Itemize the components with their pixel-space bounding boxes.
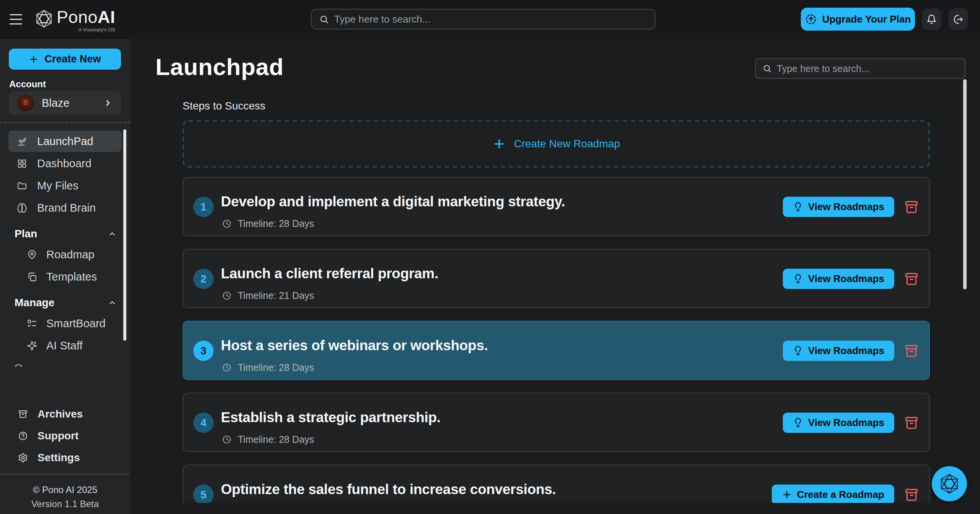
topbar-search [311,9,655,29]
step-title: Establish a strategic partnership. [221,410,441,426]
step-action-button[interactable]: Create a Roadmap [772,485,894,503]
sidebar-item-settings[interactable]: Settings [0,447,130,468]
chevron-up-icon [108,299,116,307]
version: Version 1.1 Beta [0,499,130,509]
sidebar-item-dashboard[interactable]: Dashboard [8,153,122,174]
sidebar-item-roadmap[interactable]: Roadmap [8,244,122,265]
steps-heading: Steps to Success [183,100,930,112]
step-card: 2 Launch a client referral program. Time… [183,249,930,308]
account-switcher[interactable]: B Blaze [9,91,121,115]
sidebar-scrollbar[interactable] [123,129,126,341]
sidebar-item-smartboard[interactable]: SmartBoard [8,313,122,334]
step-action-button[interactable]: View Roadmaps [783,341,894,361]
archive-icon [904,414,919,432]
topbar-search-input[interactable] [334,13,647,25]
step-actions: Create a Roadmap [772,485,919,503]
step-number-badge: 1 [193,197,214,217]
circle-arrow-up-icon [805,13,817,25]
account-name: Blaze [42,97,70,109]
sidebar-item-ai-staff[interactable]: AI Staff [8,335,122,356]
archive-step-button[interactable] [904,414,919,432]
sidebar-section-plan[interactable]: Plan [15,227,119,241]
lightbulb-icon [793,346,803,356]
clock-icon [222,219,232,228]
step-timeline-text: Timeline: 28 Days [238,434,314,445]
step-number-badge: 4 [193,413,214,433]
brain-icon [17,203,27,213]
step-number-badge: 3 [193,341,214,361]
step-title: Develop and implement a digital marketin… [221,194,565,210]
lightbulb-icon [793,418,803,428]
step-actions: View Roadmaps [783,197,919,217]
ponoai-logo-icon [34,8,54,30]
sidebar-item-archives[interactable]: Archives [0,403,130,425]
step-actions: View Roadmaps [783,341,919,361]
sidebar-section-manage[interactable]: Manage [15,296,119,310]
step-timeline-text: Timeline: 28 Days [238,362,314,373]
sidebar-footer-divider [0,474,130,475]
notifications-button[interactable] [922,8,941,30]
main-scrollbar[interactable] [963,79,967,289]
step-timeline-text: Timeline: 28 Days [238,218,314,229]
step-timeline: Timeline: 28 Days [222,218,314,229]
step-action-button[interactable]: View Roadmaps [783,413,894,433]
brand-tagline: A Visionary's OS [57,27,115,33]
upgrade-plan-button[interactable]: Upgrade Your Plan [801,8,915,31]
checklist-icon [27,318,37,329]
archive-step-button[interactable] [904,198,919,216]
lightbulb-icon [793,202,803,212]
sidebar: Create New Account B Blaze LaunchPad Das… [0,39,130,514]
copy-icon [27,272,37,282]
step-timeline: Timeline: 28 Days [222,362,314,373]
page-title: Launchpad [155,53,284,80]
lightbulb-icon [793,274,803,284]
logout-icon [953,14,964,24]
sidebar-item-launchpad[interactable]: LaunchPad [8,131,122,152]
bell-icon [926,14,937,24]
sparkles-icon [27,341,37,351]
folder-icon [17,181,27,191]
dashboard-icon [17,158,27,169]
assistant-fab-button[interactable] [932,466,967,501]
archive-step-button[interactable] [904,486,919,503]
account-heading: Account [9,79,46,90]
plus-icon [782,490,792,500]
step-card: 4 Establish a strategic partnership. Tim… [183,393,930,452]
step-card: 5 Optimize the sales funnel to increase … [183,465,930,503]
gear-icon [18,453,28,463]
brand-logo: PonoAI A Visionary's OS [34,8,115,33]
brand-name: PonoAI [57,8,115,27]
step-number-badge: 5 [193,485,214,503]
sidebar-item-my-files[interactable]: My Files [8,175,122,196]
archive-icon [904,270,919,288]
archive-icon [18,409,28,419]
sidebar-item-support[interactable]: Support [0,425,130,447]
step-action-button[interactable]: View Roadmaps [783,269,894,289]
clock-icon [222,435,232,444]
map-pin-icon [27,250,37,260]
step-action-button[interactable]: View Roadmaps [783,197,894,217]
main-search-input[interactable] [777,63,958,74]
create-new-roadmap-button[interactable]: Create New Roadmap [183,120,930,168]
step-timeline: Timeline: 28 Days [222,434,314,445]
clock-icon [222,291,232,300]
plus-icon [29,54,39,64]
sidebar-item-brand-brain[interactable]: Brand Brain [8,197,122,219]
ponoai-logo-icon [939,472,960,495]
create-new-button[interactable]: Create New [9,49,121,70]
archive-step-button[interactable] [904,270,919,288]
steps-section: Steps to Success Create New Roadmap 1 De… [183,100,930,503]
copyright: © Pono AI 2025 [0,485,130,495]
sidebar-nav: LaunchPad Dashboard My Files Brand Brain… [0,129,130,367]
sidebar-item-templates[interactable]: Templates [8,266,122,287]
archive-step-button[interactable] [904,342,919,360]
step-timeline: Timeline: 21 Days [222,290,314,301]
step-title: Optimize the sales funnel to increase co… [221,481,556,498]
logout-button[interactable] [949,8,968,30]
sidebar-footer: Archives Support Settings © Pono AI 2025… [0,403,130,509]
hamburger-menu-icon[interactable] [10,14,22,24]
step-title: Launch a client referral program. [221,266,438,282]
archive-icon [904,486,919,503]
chevron-right-icon [103,98,113,108]
search-icon [763,64,772,73]
